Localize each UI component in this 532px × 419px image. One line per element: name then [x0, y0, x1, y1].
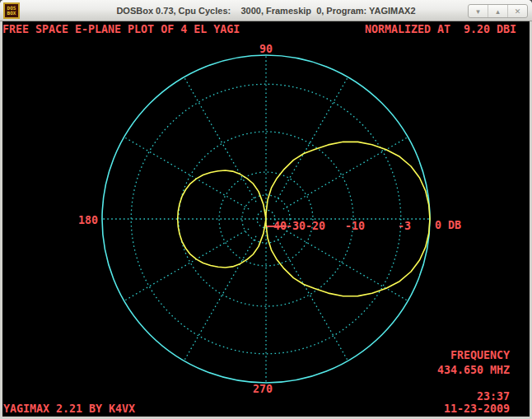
angle-label-90: 90 [259, 43, 273, 55]
angle-label-270: 270 [253, 383, 273, 395]
app-version-label: YAGIMAX 2.21 BY K4VX [3, 403, 135, 415]
frequency-label: FREQUENCY [450, 349, 510, 361]
window-titlebar[interactable]: DOS BOX DOSBox 0.73, Cpu Cycles: 3000, F… [0, 0, 532, 21]
grid-spoke-30deg [283, 137, 408, 210]
angle-label-180: 180 [78, 214, 98, 226]
dosbox-icon-text-bottom: BOX [7, 11, 16, 16]
dosbox-app-icon: DOS BOX [3, 2, 20, 19]
window-title: DOSBox 0.73, Cpu Cycles: 3000, Frameskip… [0, 6, 532, 16]
window-controls: ▾ ▴ ✕ [468, 4, 528, 18]
normalization-label: NORMALIZED AT 9.20 DBI [365, 23, 516, 35]
minimize-button[interactable]: ▾ [469, 5, 488, 17]
plot-title: FREE SPACE E-PLANE PLOT OF 4 EL YAGI [2, 23, 240, 35]
scale-label-minus3: -3 [398, 220, 411, 232]
scale-label-minus10: -10 [345, 220, 365, 232]
grid-spoke-240deg [184, 236, 257, 361]
scale-label-minus20: -20 [306, 220, 325, 232]
dosbox-window: DOS BOX DOSBox 0.73, Cpu Cycles: 3000, F… [0, 0, 532, 419]
close-button[interactable]: ✕ [508, 5, 527, 17]
clock: 23:37 [477, 390, 510, 403]
maximize-button[interactable]: ▴ [488, 5, 508, 17]
db-label-0: 0 DB [435, 219, 461, 231]
scale-label-minus30: -30 [286, 220, 306, 232]
grid-spoke-60deg [276, 77, 348, 203]
date: 11-23-2009 [444, 403, 510, 415]
dos-screen[interactable]: FREE SPACE E-PLANE PLOT OF 4 EL YAGI NOR… [2, 21, 530, 417]
frequency-value: 434.650 MHZ [437, 364, 510, 376]
grid-spoke-210deg [124, 229, 250, 301]
grid-spoke-330deg [283, 229, 408, 301]
grid-spoke-150deg [124, 137, 250, 210]
grid-spoke-300deg [276, 236, 348, 361]
grid-spoke-120deg [184, 77, 257, 203]
scale-label-minus40: -40 [267, 220, 287, 232]
